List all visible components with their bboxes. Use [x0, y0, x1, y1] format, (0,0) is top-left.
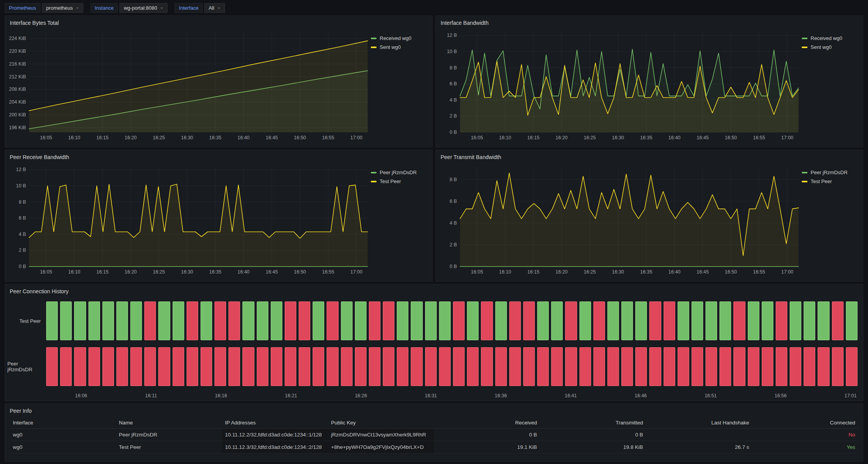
panel-title[interactable]: Peer Info: [5, 404, 863, 416]
panel-title[interactable]: Interface Bandwidth: [436, 16, 863, 28]
status-bar-connected[interactable]: [411, 301, 422, 340]
status-bar-disconnected[interactable]: [523, 301, 535, 340]
variable-value-dropdown[interactable]: prometheus ⌄: [42, 3, 83, 13]
status-bar-disconnected[interactable]: [692, 347, 703, 386]
status-bar-connected[interactable]: [804, 301, 815, 340]
status-bar-disconnected[interactable]: [790, 347, 801, 386]
status-bar-connected[interactable]: [579, 301, 591, 340]
status-bar-disconnected[interactable]: [748, 347, 759, 386]
status-bar-disconnected[interactable]: [776, 301, 787, 340]
status-bar-disconnected[interactable]: [397, 347, 408, 386]
status-bar-disconnected[interactable]: [102, 347, 114, 386]
panel-title[interactable]: Peer Receive Bandwidth: [5, 150, 432, 162]
status-bar-disconnected[interactable]: [523, 347, 535, 386]
status-bar-connected[interactable]: [705, 301, 717, 340]
status-bar-connected[interactable]: [495, 301, 507, 340]
status-bar-connected[interactable]: [748, 301, 759, 340]
status-bar-disconnected[interactable]: [664, 347, 675, 386]
interface-bandwidth-chart[interactable]: 16:0516:1016:1516:2016:2516:3016:3516:40…: [437, 28, 802, 142]
status-bar-connected[interactable]: [439, 301, 451, 340]
status-bar-disconnected[interactable]: [832, 301, 844, 340]
status-bar-connected[interactable]: [242, 301, 254, 340]
status-bar-disconnected[interactable]: [285, 347, 296, 386]
status-bar-disconnected[interactable]: [635, 347, 647, 386]
status-bar-disconnected[interactable]: [649, 347, 661, 386]
status-bar-disconnected[interactable]: [593, 301, 605, 340]
legend-item[interactable]: Sent wg0: [802, 44, 860, 50]
column-header-ip-addresses[interactable]: IP Addresses: [222, 417, 328, 429]
status-bar-disconnected[interactable]: [425, 347, 437, 386]
status-bar-connected[interactable]: [551, 301, 563, 340]
status-bar-disconnected[interactable]: [804, 347, 815, 386]
status-bar-disconnected[interactable]: [369, 301, 380, 340]
status-bar-disconnected[interactable]: [776, 347, 787, 386]
interface-bytes-total-chart[interactable]: 16:0516:1016:1516:2016:2516:3016:3516:40…: [7, 28, 371, 142]
status-bar-disconnected[interactable]: [285, 301, 296, 340]
status-bar-disconnected[interactable]: [509, 301, 521, 340]
status-bar-disconnected[interactable]: [116, 347, 128, 386]
status-bar-disconnected[interactable]: [664, 301, 675, 340]
status-bar-disconnected[interactable]: [453, 301, 465, 340]
status-bar-disconnected[interactable]: [228, 347, 240, 386]
status-bar-disconnected[interactable]: [257, 347, 268, 386]
status-bar-disconnected[interactable]: [327, 301, 338, 340]
status-bar-disconnected[interactable]: [369, 347, 380, 386]
status-bar-connected[interactable]: [719, 301, 731, 340]
legend-item[interactable]: Peer jRzmDsDR: [802, 170, 860, 175]
status-bar-disconnected[interactable]: [228, 301, 240, 340]
status-bar-connected[interactable]: [692, 301, 703, 340]
status-bar-connected[interactable]: [607, 301, 619, 340]
status-bar-disconnected[interactable]: [818, 347, 829, 386]
status-bar-disconnected[interactable]: [355, 347, 367, 386]
status-bar-connected[interactable]: [74, 301, 86, 340]
status-bar-disconnected[interactable]: [341, 347, 353, 386]
variable-value-dropdown[interactable]: All ⌄: [204, 3, 225, 13]
status-bar-disconnected[interactable]: [579, 347, 591, 386]
status-bar-disconnected[interactable]: [158, 347, 170, 386]
column-header-public-key[interactable]: Public Key: [328, 417, 434, 429]
status-bar-connected[interactable]: [635, 301, 647, 340]
status-bar-disconnected[interactable]: [467, 347, 479, 386]
panel-title[interactable]: Peer Transmit Bandwidth: [436, 150, 863, 162]
status-bar-connected[interactable]: [537, 301, 549, 340]
status-bar-disconnected[interactable]: [762, 347, 773, 386]
column-header-interface[interactable]: Interface: [10, 417, 116, 429]
legend-item[interactable]: Peer jRzmDsDR: [371, 170, 429, 175]
column-header-name[interactable]: Name: [116, 417, 222, 429]
status-bar-connected[interactable]: [846, 301, 858, 340]
status-bar-disconnected[interactable]: [593, 347, 605, 386]
status-bar-disconnected[interactable]: [551, 347, 563, 386]
status-bar-disconnected[interactable]: [383, 347, 394, 386]
status-bar-connected[interactable]: [425, 301, 437, 340]
status-bar-disconnected[interactable]: [88, 347, 100, 386]
status-bar-disconnected[interactable]: [565, 301, 577, 340]
status-bar-disconnected[interactable]: [537, 347, 549, 386]
panel-title[interactable]: Interface Bytes Total: [5, 16, 432, 28]
status-bar-disconnected[interactable]: [439, 347, 451, 386]
status-bar-disconnected[interactable]: [846, 347, 858, 386]
status-bar-disconnected[interactable]: [214, 301, 226, 340]
status-bar-disconnected[interactable]: [733, 347, 745, 386]
status-bar-disconnected[interactable]: [509, 347, 521, 386]
status-bar-disconnected[interactable]: [832, 347, 844, 386]
status-bar-disconnected[interactable]: [313, 347, 324, 386]
status-bar-connected[interactable]: [116, 301, 128, 340]
status-bar-connected[interactable]: [790, 301, 801, 340]
legend-item[interactable]: Sent wg0: [371, 44, 429, 50]
status-bar-disconnected[interactable]: [299, 347, 310, 386]
status-bar-disconnected[interactable]: [453, 347, 465, 386]
status-bar-connected[interactable]: [818, 301, 829, 340]
status-bar-disconnected[interactable]: [411, 347, 422, 386]
status-bar-disconnected[interactable]: [74, 347, 86, 386]
status-bar-disconnected[interactable]: [144, 301, 156, 340]
status-bar-disconnected[interactable]: [201, 347, 212, 386]
status-bar-connected[interactable]: [88, 301, 100, 340]
peer-receive-bandwidth-chart[interactable]: 16:0516:1016:1516:2016:2516:3016:3516:40…: [7, 162, 371, 277]
column-header-transmitted[interactable]: Transmitted: [540, 417, 647, 429]
status-bar-connected[interactable]: [130, 301, 142, 340]
legend-item[interactable]: Test Peer: [371, 178, 429, 184]
column-header-last-handshake[interactable]: Last Handshake: [646, 417, 752, 429]
status-bar-disconnected[interactable]: [719, 347, 731, 386]
status-bar-connected[interactable]: [102, 301, 114, 340]
status-bar-disconnected[interactable]: [130, 347, 142, 386]
